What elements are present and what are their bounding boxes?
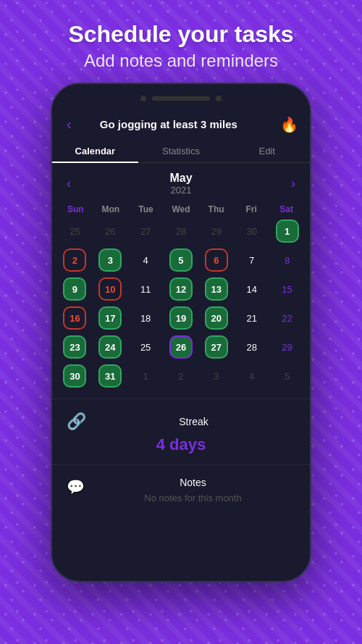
cal-cell[interactable]: 29 (270, 333, 304, 361)
cal-cell[interactable]: 9 (58, 275, 92, 303)
cal-cell[interactable]: 6 (199, 246, 233, 274)
cal-cell[interactable]: 28 (164, 217, 198, 245)
cal-cell[interactable]: 26 (164, 333, 198, 361)
cal-day-29: 29 (276, 335, 299, 359)
cal-day: 28 (169, 219, 193, 243)
cal-cell[interactable]: 27 (199, 333, 233, 361)
cal-cell[interactable]: 1 (129, 362, 163, 390)
cal-day-2: 2 (63, 248, 86, 272)
cal-day-30: 30 (63, 364, 86, 388)
cal-day-7: 7 (240, 248, 264, 272)
cal-day-1: 1 (276, 219, 299, 243)
cal-cell[interactable]: 10 (93, 275, 127, 303)
cal-cell[interactable]: 21 (235, 304, 269, 332)
notes-chat-icon: 💬 (67, 478, 85, 495)
cal-day-25: 25 (134, 335, 157, 359)
tab-calendar[interactable]: Calendar (52, 138, 138, 162)
cal-cell[interactable]: 4 (129, 246, 163, 274)
cal-cell[interactable]: 30 (58, 362, 92, 390)
cal-cell[interactable]: 7 (235, 246, 269, 274)
cal-cell[interactable]: 5 (164, 246, 198, 274)
streak-label: Streak (92, 416, 295, 427)
cal-day: 5 (276, 364, 299, 388)
app-content: ‹ Go jogging at least 3 miles 🔥 Calendar… (52, 107, 310, 581)
streak-section: 🔗 Streak (52, 402, 310, 434)
fire-icon[interactable]: 🔥 (280, 116, 298, 133)
month-name: May (169, 172, 192, 185)
cal-day-3: 3 (98, 248, 122, 272)
cal-day-9: 9 (63, 277, 86, 301)
month-title: May 2021 (169, 172, 192, 196)
cal-day: 4 (240, 364, 264, 388)
notes-section: 💬 Notes No notes for this month (52, 468, 310, 506)
cal-day-27: 27 (205, 335, 228, 359)
streak-link-icon: 🔗 (67, 412, 86, 431)
month-year: 2021 (169, 185, 192, 196)
cal-cell[interactable]: 8 (270, 246, 304, 274)
phone-frame: ‹ Go jogging at least 3 miles 🔥 Calendar… (51, 83, 311, 582)
cal-cell[interactable]: 1 (270, 217, 304, 245)
notes-center: Notes No notes for this month (90, 477, 295, 503)
cal-day: 1 (134, 364, 157, 388)
cal-day-19: 19 (169, 306, 193, 330)
cal-cell[interactable]: 25 (58, 217, 92, 245)
cal-cell[interactable]: 13 (199, 275, 233, 303)
day-header-mon: Mon (93, 204, 129, 214)
cal-cell[interactable]: 18 (129, 304, 163, 332)
cal-cell[interactable]: 28 (235, 333, 269, 361)
page-title: Go jogging at least 3 miles (57, 118, 280, 130)
cal-cell[interactable]: 22 (270, 304, 304, 332)
cal-day: 3 (205, 364, 228, 388)
cal-cell[interactable]: 11 (129, 275, 163, 303)
tab-edit[interactable]: Edit (224, 138, 310, 162)
notes-label: Notes (90, 477, 295, 488)
cal-cell[interactable]: 14 (235, 275, 269, 303)
cal-cell[interactable]: 3 (93, 246, 127, 274)
cal-cell[interactable]: 17 (93, 304, 127, 332)
day-header-sun: Sun (58, 204, 93, 214)
cal-cell[interactable]: 26 (93, 217, 127, 245)
cal-day-21: 21 (240, 306, 264, 330)
cal-cell[interactable]: 5 (270, 362, 304, 390)
cal-cell[interactable]: 4 (235, 362, 269, 390)
day-headers: Sun Mon Tue Wed Thu Fri Sat (52, 198, 310, 217)
streak-center: Streak (92, 416, 295, 427)
cal-cell[interactable]: 31 (93, 362, 127, 390)
cal-cell[interactable]: 25 (129, 333, 163, 361)
cal-cell[interactable]: 30 (235, 217, 269, 245)
cal-cell[interactable]: 15 (270, 275, 304, 303)
cal-day-16: 16 (63, 306, 86, 330)
cal-day-28: 28 (240, 335, 264, 359)
cal-cell[interactable]: 16 (58, 304, 92, 332)
cal-cell[interactable]: 19 (164, 304, 198, 332)
cal-day: 26 (98, 219, 122, 243)
cal-cell[interactable]: 12 (164, 275, 198, 303)
cal-cell[interactable]: 3 (199, 362, 233, 390)
cal-cell[interactable]: 27 (129, 217, 163, 245)
cal-day-17: 17 (98, 306, 122, 330)
tab-statistics[interactable]: Statistics (138, 138, 224, 162)
calendar-header: ‹ May 2021 › (52, 163, 310, 198)
cal-cell[interactable]: 2 (164, 362, 198, 390)
calendar-section: ‹ May 2021 › Sun Mon Tue Wed Thu Fri Sat (52, 163, 310, 581)
day-header-fri: Fri (234, 204, 269, 214)
cal-day: 25 (63, 219, 86, 243)
streak-days: 4 days (156, 435, 206, 453)
cal-day-15: 15 (276, 277, 299, 301)
cal-day-18: 18 (134, 306, 157, 330)
day-header-tue: Tue (128, 204, 164, 214)
cal-day-26: 26 (169, 335, 193, 359)
cal-day-12: 12 (169, 277, 193, 301)
cal-cell[interactable]: 24 (93, 333, 127, 361)
cal-day-6: 6 (205, 248, 228, 272)
next-month-button[interactable]: › (291, 176, 295, 191)
cal-cell[interactable]: 20 (199, 304, 233, 332)
streak-value: 4 days (52, 434, 310, 461)
cal-day-31: 31 (98, 364, 122, 388)
cal-cell[interactable]: 2 (58, 246, 92, 274)
notes-empty: No notes for this month (90, 493, 295, 503)
cal-cell[interactable]: 23 (58, 333, 92, 361)
divider (52, 398, 310, 399)
prev-month-button[interactable]: ‹ (67, 176, 71, 191)
cal-cell[interactable]: 29 (199, 217, 233, 245)
